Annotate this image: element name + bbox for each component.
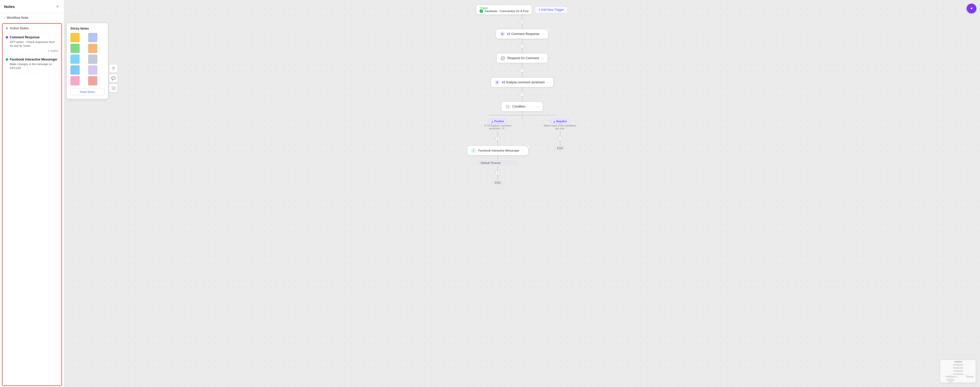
color-lavender[interactable] <box>88 66 97 75</box>
branch-v-line <box>522 111 523 119</box>
end-badge-positive: END <box>492 181 504 185</box>
svg-rect-2 <box>953 364 963 366</box>
trigger-dot: ✓ <box>479 9 483 13</box>
note-item-comment-response[interactable]: Comment Response GPT action - Check resp… <box>3 33 61 55</box>
trigger-row: Trigger ✓ Facebook - Comment(s) On A Pos… <box>476 3 568 29</box>
negative-icon: △ <box>553 120 555 123</box>
plus-btn-4[interactable]: + <box>520 92 525 97</box>
note-desc-facebook: Make changes in the message on 03/11/24 <box>10 62 58 70</box>
comment-icon[interactable]: 💬 <box>109 74 118 82</box>
note-item-facebook-header: Facebook Interactive Messenger <box>6 58 58 61</box>
color-blue-light[interactable] <box>88 33 97 42</box>
node-facebook[interactable]: ↻ ✓ Facebook Interactive Messenger ··· <box>468 146 528 155</box>
node-row-1: ↻ ⚙ #1 Comment Response ··· + <box>496 29 548 54</box>
node-menu-4[interactable]: ··· <box>536 104 539 109</box>
svg-line-9 <box>948 374 953 376</box>
node-icon-condition: { } <box>505 104 510 109</box>
svg-rect-14 <box>947 379 955 381</box>
pos-line-3 <box>498 155 498 160</box>
frame-icon[interactable]: ⬜ <box>109 84 118 92</box>
node-icon-teal-1: 💬 <box>500 56 506 61</box>
note-item-header: Comment Response <box>6 35 58 39</box>
avatar-initials: ✦ <box>970 6 973 11</box>
svg-rect-0 <box>954 361 962 363</box>
positive-tag: △ Positive <box>488 119 507 124</box>
color-sky[interactable] <box>70 66 80 75</box>
color-teal[interactable] <box>70 54 80 64</box>
node-icon-purple-1: ⚙ <box>500 31 505 37</box>
note-title-facebook: Facebook Interactive Messenger <box>10 58 57 61</box>
connector-line-1 <box>522 14 522 19</box>
node-menu-1[interactable]: ··· <box>541 32 544 36</box>
plus-btn-pos-2[interactable]: + <box>495 171 500 175</box>
plus-btn-3[interactable]: + <box>520 68 525 72</box>
node-label-comment-response: #1 Comment Response <box>507 32 539 36</box>
color-orange[interactable] <box>88 44 97 53</box>
node-label-timeout: Default Timeout <box>481 162 515 165</box>
close-button[interactable]: × <box>55 3 60 9</box>
connector-line-4 <box>522 48 522 54</box>
svg-rect-6 <box>953 370 963 372</box>
trigger-name: Facebook - Comment(s) On A Post <box>485 10 528 13</box>
negative-branch: △ Negative When none of the conditions a… <box>543 119 577 150</box>
plus-btn-neg[interactable]: + <box>558 136 562 141</box>
svg-rect-12 <box>966 376 974 377</box>
color-salmon[interactable] <box>88 76 97 85</box>
node-icon-purple-2: ⚙ <box>495 80 500 85</box>
trigger-label: Trigger <box>479 7 528 9</box>
color-gray[interactable] <box>88 54 97 64</box>
sticky-notes-panel: Sticky Notes Show Notes <box>67 23 108 99</box>
plus-btn-pos[interactable]: + <box>495 136 500 141</box>
color-grid <box>70 33 104 85</box>
workflow-note-chevron: › <box>4 16 5 19</box>
action-notes-chevron: ∨ <box>6 26 8 30</box>
svg-rect-11 <box>945 376 956 377</box>
sticky-notes-title: Sticky Notes <box>70 27 104 30</box>
note-item-facebook[interactable]: Facebook Interactive Messenger Make chan… <box>3 55 61 73</box>
pos-line-2 <box>498 141 498 146</box>
node-condition[interactable]: { } Condition ··· <box>501 102 542 111</box>
note-desc-comment-response: GPT action - Check responses from 4o and… <box>10 40 58 48</box>
sidebar-header: Notes × <box>0 0 64 13</box>
node-analyse-comment[interactable]: ⚙ #2 Analyse comment sentiment ··· <box>491 78 553 87</box>
add-trigger-button[interactable]: + Add New Trigger <box>535 6 568 13</box>
node-menu-3[interactable]: ··· <box>547 80 550 85</box>
end-badge-negative: END <box>554 146 566 150</box>
action-notes-header[interactable]: ∨ Action Notes <box>3 24 61 33</box>
node-row-3: ⚙ #2 Analyse comment sentiment ··· + <box>491 78 553 102</box>
main-canvas: ✦ Sticky Notes Show Notes ⏱ 💬 ⬜ <box>64 0 980 387</box>
color-pink[interactable] <box>70 76 80 85</box>
node-label-condition: Condition <box>512 105 534 108</box>
svg-rect-15 <box>955 376 958 377</box>
show-notes-button[interactable]: Show Notes <box>70 88 104 95</box>
workflow-note-section[interactable]: › Workflow Note <box>0 13 64 22</box>
node-label-respond-comment: Respond On Comment <box>508 56 539 60</box>
node-label-analyse-comment: #2 Analyse comment sentiment <box>502 80 545 84</box>
plus-btn-1[interactable]: + <box>520 19 525 24</box>
sidebar: Notes × › Workflow Note ∨ Action Notes C… <box>0 0 64 387</box>
refresh-icon-2[interactable]: ↻ <box>525 144 530 149</box>
color-green[interactable] <box>70 44 80 53</box>
minimap <box>940 360 976 383</box>
refresh-icon-1[interactable]: ↻ <box>546 28 550 32</box>
node-default-timeout[interactable]: Default Timeout <box>477 160 518 165</box>
node-menu-fb[interactable]: ··· <box>521 149 525 153</box>
color-yellow[interactable] <box>70 33 80 42</box>
node-comment-response[interactable]: ↻ ⚙ #1 Comment Response ··· <box>496 29 548 38</box>
note-replies-comment-response: 1 replies <box>6 49 58 52</box>
history-icon[interactable]: ⏱ <box>109 64 118 72</box>
plus-btn-2[interactable]: + <box>520 44 525 48</box>
positive-label: Positive <box>494 120 504 123</box>
note-dot-blue <box>6 36 8 38</box>
trigger-node[interactable]: Trigger ✓ Facebook - Comment(s) On A Pos… <box>476 5 531 14</box>
minimap-content <box>940 360 976 383</box>
neg-line-2 <box>560 141 560 146</box>
node-icon-facebook: ✓ <box>471 148 476 153</box>
node-menu-2[interactable]: ··· <box>541 56 544 60</box>
node-respond-comment[interactable]: 💬 Respond On Comment ··· <box>497 54 547 63</box>
workflow-canvas: Trigger ✓ Facebook - Comment(s) On A Pos… <box>64 0 980 185</box>
pos-line-4 <box>498 165 498 171</box>
negative-desc: When none of the conditions are met. <box>543 124 577 130</box>
connector-line-3 <box>522 38 522 44</box>
avatar-button[interactable]: ✦ <box>967 3 977 13</box>
